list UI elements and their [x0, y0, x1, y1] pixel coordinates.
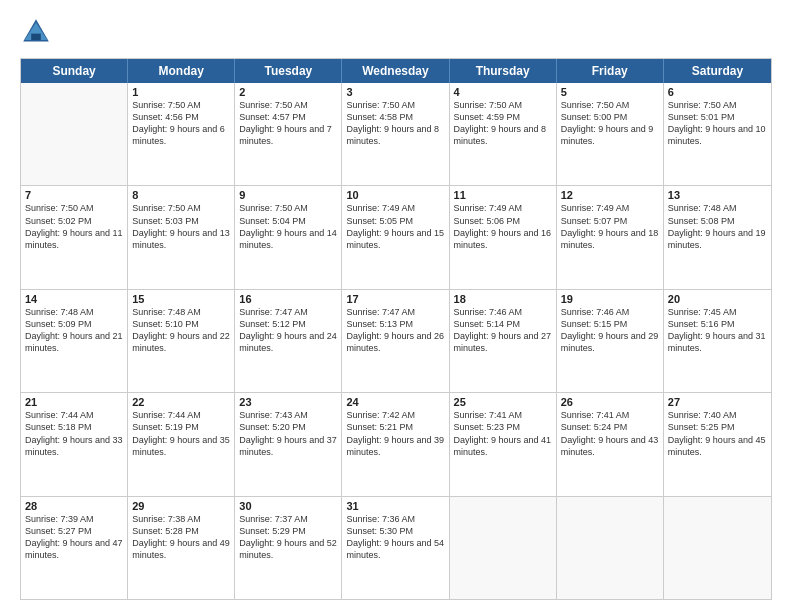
- calendar-cell: 5Sunrise: 7:50 AM Sunset: 5:00 PM Daylig…: [557, 83, 664, 185]
- day-number: 17: [346, 293, 444, 305]
- calendar-row: 7Sunrise: 7:50 AM Sunset: 5:02 PM Daylig…: [21, 185, 771, 288]
- calendar-cell: 17Sunrise: 7:47 AM Sunset: 5:13 PM Dayli…: [342, 290, 449, 392]
- calendar-cell: 31Sunrise: 7:36 AM Sunset: 5:30 PM Dayli…: [342, 497, 449, 599]
- day-info: Sunrise: 7:47 AM Sunset: 5:12 PM Dayligh…: [239, 306, 337, 355]
- calendar-cell: 6Sunrise: 7:50 AM Sunset: 5:01 PM Daylig…: [664, 83, 771, 185]
- day-number: 2: [239, 86, 337, 98]
- calendar-body: 1Sunrise: 7:50 AM Sunset: 4:56 PM Daylig…: [21, 83, 771, 599]
- day-number: 13: [668, 189, 767, 201]
- day-info: Sunrise: 7:50 AM Sunset: 5:01 PM Dayligh…: [668, 99, 767, 148]
- calendar-cell: [450, 497, 557, 599]
- day-number: 20: [668, 293, 767, 305]
- weekday-header: Friday: [557, 59, 664, 83]
- day-number: 31: [346, 500, 444, 512]
- day-number: 16: [239, 293, 337, 305]
- day-number: 3: [346, 86, 444, 98]
- weekday-header: Saturday: [664, 59, 771, 83]
- calendar-row: 21Sunrise: 7:44 AM Sunset: 5:18 PM Dayli…: [21, 392, 771, 495]
- day-info: Sunrise: 7:42 AM Sunset: 5:21 PM Dayligh…: [346, 409, 444, 458]
- day-number: 7: [25, 189, 123, 201]
- calendar-cell: 12Sunrise: 7:49 AM Sunset: 5:07 PM Dayli…: [557, 186, 664, 288]
- day-info: Sunrise: 7:48 AM Sunset: 5:08 PM Dayligh…: [668, 202, 767, 251]
- calendar-cell: 14Sunrise: 7:48 AM Sunset: 5:09 PM Dayli…: [21, 290, 128, 392]
- calendar-cell: 29Sunrise: 7:38 AM Sunset: 5:28 PM Dayli…: [128, 497, 235, 599]
- day-number: 23: [239, 396, 337, 408]
- day-info: Sunrise: 7:41 AM Sunset: 5:24 PM Dayligh…: [561, 409, 659, 458]
- day-info: Sunrise: 7:50 AM Sunset: 5:02 PM Dayligh…: [25, 202, 123, 251]
- logo-icon: [20, 16, 52, 48]
- day-info: Sunrise: 7:44 AM Sunset: 5:18 PM Dayligh…: [25, 409, 123, 458]
- calendar-cell: [21, 83, 128, 185]
- header: [20, 16, 772, 48]
- day-info: Sunrise: 7:37 AM Sunset: 5:29 PM Dayligh…: [239, 513, 337, 562]
- calendar-cell: 7Sunrise: 7:50 AM Sunset: 5:02 PM Daylig…: [21, 186, 128, 288]
- calendar-cell: 22Sunrise: 7:44 AM Sunset: 5:19 PM Dayli…: [128, 393, 235, 495]
- calendar-cell: 2Sunrise: 7:50 AM Sunset: 4:57 PM Daylig…: [235, 83, 342, 185]
- day-number: 11: [454, 189, 552, 201]
- day-number: 18: [454, 293, 552, 305]
- calendar-cell: 11Sunrise: 7:49 AM Sunset: 5:06 PM Dayli…: [450, 186, 557, 288]
- day-info: Sunrise: 7:46 AM Sunset: 5:14 PM Dayligh…: [454, 306, 552, 355]
- day-number: 29: [132, 500, 230, 512]
- day-number: 26: [561, 396, 659, 408]
- calendar-cell: 8Sunrise: 7:50 AM Sunset: 5:03 PM Daylig…: [128, 186, 235, 288]
- day-info: Sunrise: 7:48 AM Sunset: 5:10 PM Dayligh…: [132, 306, 230, 355]
- day-number: 5: [561, 86, 659, 98]
- day-number: 24: [346, 396, 444, 408]
- day-number: 21: [25, 396, 123, 408]
- logo: [20, 16, 56, 48]
- day-info: Sunrise: 7:50 AM Sunset: 4:57 PM Dayligh…: [239, 99, 337, 148]
- day-number: 12: [561, 189, 659, 201]
- day-number: 15: [132, 293, 230, 305]
- day-info: Sunrise: 7:40 AM Sunset: 5:25 PM Dayligh…: [668, 409, 767, 458]
- weekday-header: Tuesday: [235, 59, 342, 83]
- calendar-cell: 13Sunrise: 7:48 AM Sunset: 5:08 PM Dayli…: [664, 186, 771, 288]
- day-number: 19: [561, 293, 659, 305]
- day-info: Sunrise: 7:45 AM Sunset: 5:16 PM Dayligh…: [668, 306, 767, 355]
- day-info: Sunrise: 7:36 AM Sunset: 5:30 PM Dayligh…: [346, 513, 444, 562]
- day-info: Sunrise: 7:50 AM Sunset: 5:03 PM Dayligh…: [132, 202, 230, 251]
- calendar-row: 28Sunrise: 7:39 AM Sunset: 5:27 PM Dayli…: [21, 496, 771, 599]
- page: SundayMondayTuesdayWednesdayThursdayFrid…: [0, 0, 792, 612]
- day-info: Sunrise: 7:46 AM Sunset: 5:15 PM Dayligh…: [561, 306, 659, 355]
- day-number: 9: [239, 189, 337, 201]
- day-info: Sunrise: 7:50 AM Sunset: 5:00 PM Dayligh…: [561, 99, 659, 148]
- calendar-cell: 28Sunrise: 7:39 AM Sunset: 5:27 PM Dayli…: [21, 497, 128, 599]
- calendar-cell: [557, 497, 664, 599]
- svg-rect-2: [31, 34, 41, 40]
- day-number: 8: [132, 189, 230, 201]
- day-number: 27: [668, 396, 767, 408]
- calendar-cell: 4Sunrise: 7:50 AM Sunset: 4:59 PM Daylig…: [450, 83, 557, 185]
- calendar-cell: 19Sunrise: 7:46 AM Sunset: 5:15 PM Dayli…: [557, 290, 664, 392]
- calendar-cell: 25Sunrise: 7:41 AM Sunset: 5:23 PM Dayli…: [450, 393, 557, 495]
- day-number: 28: [25, 500, 123, 512]
- day-info: Sunrise: 7:50 AM Sunset: 4:58 PM Dayligh…: [346, 99, 444, 148]
- day-info: Sunrise: 7:38 AM Sunset: 5:28 PM Dayligh…: [132, 513, 230, 562]
- calendar-cell: 26Sunrise: 7:41 AM Sunset: 5:24 PM Dayli…: [557, 393, 664, 495]
- calendar-cell: 24Sunrise: 7:42 AM Sunset: 5:21 PM Dayli…: [342, 393, 449, 495]
- weekday-header: Wednesday: [342, 59, 449, 83]
- day-number: 14: [25, 293, 123, 305]
- calendar-cell: 23Sunrise: 7:43 AM Sunset: 5:20 PM Dayli…: [235, 393, 342, 495]
- calendar-cell: 15Sunrise: 7:48 AM Sunset: 5:10 PM Dayli…: [128, 290, 235, 392]
- calendar-cell: 16Sunrise: 7:47 AM Sunset: 5:12 PM Dayli…: [235, 290, 342, 392]
- day-info: Sunrise: 7:39 AM Sunset: 5:27 PM Dayligh…: [25, 513, 123, 562]
- day-number: 6: [668, 86, 767, 98]
- calendar-cell: 1Sunrise: 7:50 AM Sunset: 4:56 PM Daylig…: [128, 83, 235, 185]
- day-info: Sunrise: 7:50 AM Sunset: 4:59 PM Dayligh…: [454, 99, 552, 148]
- day-number: 22: [132, 396, 230, 408]
- day-info: Sunrise: 7:41 AM Sunset: 5:23 PM Dayligh…: [454, 409, 552, 458]
- calendar-cell: 18Sunrise: 7:46 AM Sunset: 5:14 PM Dayli…: [450, 290, 557, 392]
- day-number: 10: [346, 189, 444, 201]
- day-number: 25: [454, 396, 552, 408]
- calendar-cell: 20Sunrise: 7:45 AM Sunset: 5:16 PM Dayli…: [664, 290, 771, 392]
- day-info: Sunrise: 7:50 AM Sunset: 4:56 PM Dayligh…: [132, 99, 230, 148]
- calendar-cell: 10Sunrise: 7:49 AM Sunset: 5:05 PM Dayli…: [342, 186, 449, 288]
- day-number: 1: [132, 86, 230, 98]
- day-number: 4: [454, 86, 552, 98]
- day-info: Sunrise: 7:43 AM Sunset: 5:20 PM Dayligh…: [239, 409, 337, 458]
- calendar-row: 1Sunrise: 7:50 AM Sunset: 4:56 PM Daylig…: [21, 83, 771, 185]
- weekday-header: Thursday: [450, 59, 557, 83]
- calendar-cell: 27Sunrise: 7:40 AM Sunset: 5:25 PM Dayli…: [664, 393, 771, 495]
- day-number: 30: [239, 500, 337, 512]
